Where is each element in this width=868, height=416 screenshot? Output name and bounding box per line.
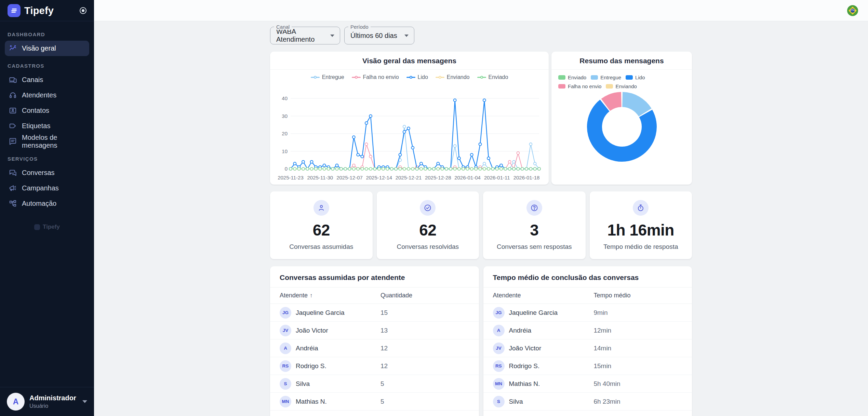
data-point[interactable] — [479, 143, 482, 146]
data-point[interactable] — [403, 125, 406, 128]
data-point[interactable] — [310, 160, 313, 163]
data-point[interactable] — [437, 162, 439, 165]
data-point[interactable] — [483, 162, 486, 165]
data-point[interactable] — [416, 167, 418, 170]
data-point[interactable] — [508, 167, 511, 170]
data-point[interactable] — [420, 162, 423, 165]
data-point[interactable] — [365, 143, 368, 146]
data-point[interactable] — [357, 167, 359, 170]
data-point[interactable] — [369, 155, 372, 158]
data-point[interactable] — [293, 162, 296, 165]
data-point[interactable] — [323, 164, 326, 167]
data-point[interactable] — [487, 167, 490, 170]
data-point[interactable] — [390, 167, 393, 170]
data-point[interactable] — [512, 167, 515, 170]
periodo-select[interactable]: Período Últimos 60 dias — [344, 27, 414, 44]
data-point[interactable] — [302, 160, 305, 163]
data-point[interactable] — [365, 167, 368, 170]
data-point[interactable] — [361, 155, 364, 158]
data-point[interactable] — [534, 167, 536, 170]
data-point[interactable] — [378, 167, 380, 170]
data-point[interactable] — [323, 167, 326, 170]
data-point[interactable] — [352, 164, 355, 167]
data-point[interactable] — [483, 167, 486, 170]
data-point[interactable] — [500, 164, 503, 167]
data-point[interactable] — [492, 167, 494, 170]
column-header-tempo-medio[interactable]: Tempo médio — [593, 292, 682, 299]
sidebar-item-visao-geral[interactable]: Visão geral — [5, 41, 89, 56]
table-row[interactable]: AAndréia 12min — [483, 322, 692, 339]
data-point[interactable] — [449, 167, 452, 170]
data-point[interactable] — [504, 167, 507, 170]
brazil-flag-icon[interactable] — [847, 5, 858, 16]
data-point[interactable] — [462, 167, 465, 170]
data-point[interactable] — [496, 167, 498, 170]
data-point[interactable] — [403, 131, 406, 133]
table-row[interactable]: SSilva 6h 23min — [483, 393, 692, 411]
data-point[interactable] — [441, 167, 444, 170]
sidebar-item-canais[interactable]: Canais — [5, 72, 89, 88]
data-point[interactable] — [399, 167, 401, 170]
data-point[interactable] — [403, 167, 406, 170]
data-point[interactable] — [420, 167, 423, 170]
data-point[interactable] — [529, 167, 532, 170]
data-point[interactable] — [470, 167, 473, 170]
data-point[interactable] — [348, 167, 351, 170]
data-point[interactable] — [454, 167, 456, 170]
sidebar-item-campanhas[interactable]: Campanhas — [5, 180, 89, 196]
data-point[interactable] — [310, 167, 313, 170]
canal-select[interactable]: Canal WABA Atendimento — [270, 27, 340, 44]
table-row[interactable]: MNMathias N. 5 — [270, 393, 479, 411]
legend-item-enviado[interactable]: Enviado — [558, 75, 586, 80]
user-menu[interactable]: A Administrador Usuário — [0, 387, 94, 416]
data-point[interactable] — [411, 146, 414, 149]
table-row[interactable]: JGJaqueline Garcia 15 — [270, 304, 479, 322]
data-point[interactable] — [407, 127, 410, 130]
sidebar-toggle-icon[interactable] — [79, 6, 87, 15]
data-point[interactable] — [466, 167, 469, 170]
data-point[interactable] — [361, 167, 364, 170]
donut-slice-falha-no-envio[interactable] — [605, 99, 621, 105]
data-point[interactable] — [517, 167, 519, 170]
data-point[interactable] — [352, 136, 355, 138]
table-row[interactable]: RSRodrigo S. 12 — [270, 357, 479, 375]
data-point[interactable] — [352, 167, 355, 170]
table-row[interactable]: JVJoão Victor 14min — [483, 339, 692, 357]
data-point[interactable] — [319, 167, 321, 170]
data-point[interactable] — [344, 167, 347, 170]
data-point[interactable] — [369, 167, 372, 170]
sidebar-item-contatos[interactable]: Contatos — [5, 103, 89, 118]
data-point[interactable] — [315, 167, 317, 170]
table-row[interactable]: RSRodrigo S. 15min — [483, 357, 692, 375]
data-point[interactable] — [437, 167, 439, 170]
sidebar-item-atendentes[interactable]: Atendentes — [5, 88, 89, 103]
table-row[interactable]: AAndréia 12 — [270, 339, 479, 357]
data-point[interactable] — [458, 167, 460, 170]
data-point[interactable] — [512, 160, 515, 163]
data-point[interactable] — [289, 167, 292, 170]
data-point[interactable] — [365, 122, 368, 124]
table-row[interactable]: SSilva 5 — [270, 375, 479, 393]
legend-item-enviado[interactable]: Enviado — [477, 74, 508, 80]
data-point[interactable] — [336, 164, 338, 167]
data-point[interactable] — [454, 99, 456, 102]
data-point[interactable] — [428, 167, 431, 170]
data-point[interactable] — [386, 167, 389, 170]
data-point[interactable] — [357, 153, 359, 156]
data-point[interactable] — [336, 167, 338, 170]
data-point[interactable] — [538, 167, 540, 170]
sidebar-item-modelos[interactable]: Modelos de mensagens — [5, 134, 89, 149]
legend-item-entregue[interactable]: Entregue — [311, 74, 344, 80]
data-point[interactable] — [369, 115, 372, 118]
data-point[interactable] — [483, 99, 486, 102]
data-point[interactable] — [395, 167, 397, 170]
legend-item-entregue[interactable]: Entregue — [591, 75, 621, 80]
legend-item-enviando[interactable]: Enviando — [436, 74, 470, 80]
table-row[interactable]: JGJaqueline Garcia 9min — [483, 304, 692, 322]
data-point[interactable] — [302, 167, 305, 170]
sidebar-item-automacao[interactable]: Automação — [5, 196, 89, 211]
data-point[interactable] — [525, 167, 528, 170]
column-header-quantidade[interactable]: Quantidade — [380, 292, 469, 299]
table-row[interactable]: MNMathias N. 5h 40min — [483, 375, 692, 393]
data-point[interactable] — [327, 167, 330, 170]
